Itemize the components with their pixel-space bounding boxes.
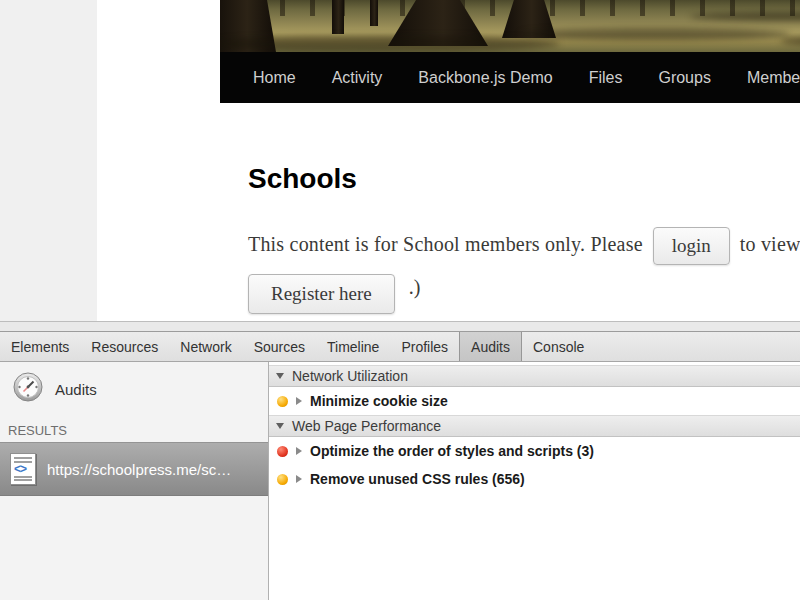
audit-rule-optimize-order[interactable]: Optimize the order of styles and scripts… xyxy=(269,437,800,465)
tree-shadow xyxy=(220,36,560,52)
nav-item-home[interactable]: Home xyxy=(253,69,296,87)
tab-elements[interactable]: Elements xyxy=(0,332,80,361)
section-title: Network Utilization xyxy=(292,368,408,384)
warning-severity-icon xyxy=(277,474,288,485)
audit-result-url: https://schoolpress.me/sc… xyxy=(47,461,231,478)
audit-result-item-selected[interactable]: <> https://schoolpress.me/sc… xyxy=(0,442,268,496)
results-section-label: RESULTS xyxy=(0,412,268,442)
triangle-down-icon xyxy=(276,423,284,429)
notice-text-before: This content is for School members only.… xyxy=(248,233,643,255)
tab-timeline[interactable]: Timeline xyxy=(316,332,390,361)
devtools-top-strip xyxy=(0,321,800,331)
audits-sidebar: Audits RESULTS <> https://schoolpress.me… xyxy=(0,362,269,600)
header-photo xyxy=(220,0,800,52)
nav-item-backbone-demo[interactable]: Backbone.js Demo xyxy=(418,69,552,87)
triangle-right-icon xyxy=(296,397,302,405)
tree-shadow xyxy=(780,34,800,48)
error-severity-icon xyxy=(277,446,288,457)
tab-profiles[interactable]: Profiles xyxy=(390,332,459,361)
triangle-right-icon xyxy=(296,475,302,483)
triangle-right-icon xyxy=(296,447,302,455)
nav-item-groups[interactable]: Groups xyxy=(658,69,710,87)
section-header-web-page-performance[interactable]: Web Page Performance xyxy=(269,415,800,437)
page-title: Schools xyxy=(248,163,357,195)
section-header-network-utilization[interactable]: Network Utilization xyxy=(269,365,800,387)
tab-sources[interactable]: Sources xyxy=(243,332,316,361)
document-code-icon: <> xyxy=(10,453,36,485)
tree-trunk xyxy=(332,0,344,34)
tab-audits[interactable]: Audits xyxy=(459,332,522,361)
tab-resources[interactable]: Resources xyxy=(80,332,169,361)
members-only-notice: This content is for School members only.… xyxy=(248,224,800,265)
audit-rule-minimize-cookie-size[interactable]: Minimize cookie size xyxy=(269,387,800,415)
tab-console[interactable]: Console xyxy=(522,332,595,361)
devtools-body: Audits RESULTS <> https://schoolpress.me… xyxy=(0,362,800,600)
register-row: Register here .) xyxy=(248,274,420,314)
nav-item-files[interactable]: Files xyxy=(589,69,623,87)
warning-severity-icon xyxy=(277,396,288,407)
page-content-box: Home Activity Backbone.js Demo Files Gro… xyxy=(97,0,800,321)
audits-clock-icon xyxy=(12,371,44,407)
tree-shadow xyxy=(520,28,790,40)
audit-rule-label: Minimize cookie size xyxy=(310,393,448,409)
register-button[interactable]: Register here xyxy=(248,274,395,314)
devtools-tab-bar: Elements Resources Network Sources Timel… xyxy=(0,331,800,362)
audit-results-panel: Network Utilization Minimize cookie size… xyxy=(269,362,800,600)
audit-rule-remove-unused-css[interactable]: Remove unused CSS rules (656) xyxy=(269,465,800,493)
after-register-text: .) xyxy=(409,276,421,299)
nav-item-activity[interactable]: Activity xyxy=(332,69,383,87)
audits-panel-label: Audits xyxy=(55,381,97,398)
audits-panel-item[interactable]: Audits xyxy=(0,362,268,412)
notice-text-after: to view this content. xyxy=(740,233,800,255)
tree-shadow xyxy=(690,12,800,21)
devtools-window: Elements Resources Network Sources Timel… xyxy=(0,321,800,600)
tree-trunk xyxy=(370,0,378,26)
section-title: Web Page Performance xyxy=(292,418,441,434)
site-nav: Home Activity Backbone.js Demo Files Gro… xyxy=(220,52,800,103)
login-button[interactable]: login xyxy=(653,227,730,265)
tab-network[interactable]: Network xyxy=(169,332,242,361)
audit-rule-label: Remove unused CSS rules (656) xyxy=(310,471,525,487)
nav-item-members[interactable]: Members xyxy=(747,69,800,87)
audit-rule-label: Optimize the order of styles and scripts… xyxy=(310,443,594,459)
triangle-down-icon xyxy=(276,373,284,379)
web-page-viewport: Home Activity Backbone.js Demo Files Gro… xyxy=(0,0,800,321)
